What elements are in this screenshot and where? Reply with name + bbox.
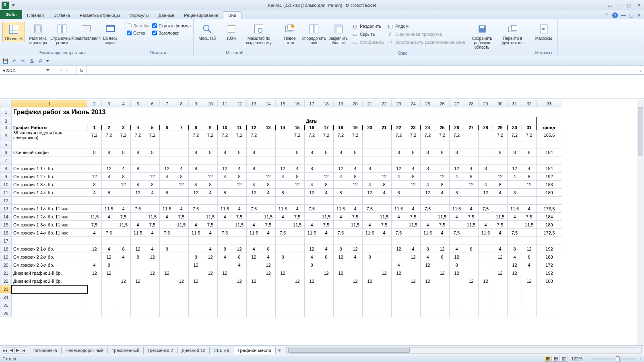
data-cell[interactable] [218,261,232,269]
data-cell[interactable]: 11,5 [392,205,406,213]
column-header[interactable]: 11 [218,100,232,107]
data-cell[interactable]: 7,5 [102,229,116,237]
data-cell[interactable]: 12 [334,253,348,261]
undo-icon[interactable]: ↶ [10,58,18,65]
column-header[interactable]: 18 [319,100,334,107]
data-cell[interactable]: 4 [160,173,174,181]
column-header[interactable]: 32 [522,100,537,107]
data-cell[interactable]: 7,5 [131,205,145,213]
data-cell[interactable]: 12 [435,269,450,277]
data-cell[interactable] [261,165,276,173]
data-cell[interactable] [261,205,276,213]
zoom-selection-button[interactable]: Масштаб по выделенному [244,22,273,46]
data-cell[interactable] [203,261,218,269]
data-cell[interactable]: 12 [261,261,276,269]
new-sheet-icon[interactable]: ⊕ [275,348,284,353]
data-cell[interactable] [522,197,537,205]
data-cell[interactable]: 4 [450,245,464,253]
data-cell[interactable]: 12 [392,245,406,253]
row-header[interactable]: 16 [0,229,12,237]
data-cell[interactable]: 4 [247,245,261,253]
headings-checkbox[interactable]: Заголовки [152,31,191,35]
row-label[interactable]: См.график 2 3-я бр. [12,261,87,269]
column-header[interactable]: 27 [450,100,464,107]
data-cell[interactable]: 11,5 [160,205,174,213]
data-cell[interactable]: 8 [348,148,363,156]
data-cell[interactable]: 4 [522,205,537,213]
data-cell[interactable] [392,140,406,148]
data-cell[interactable] [247,261,261,269]
empty-cell[interactable] [377,301,392,309]
close-icon[interactable]: ✕ [635,2,642,8]
empty-cell[interactable] [363,301,377,309]
data-cell[interactable]: 4 [348,253,363,261]
data-cell[interactable]: 8 [145,148,160,156]
data-cell[interactable]: 12 [421,277,435,285]
data-cell[interactable] [522,189,537,197]
empty-cell[interactable] [493,293,508,301]
data-cell[interactable]: 12 [203,253,218,261]
data-cell[interactable]: 8 [102,189,116,197]
data-cell[interactable]: 12 [464,277,479,285]
empty-cell[interactable] [247,285,261,293]
data-cell[interactable] [479,261,493,269]
empty-cell[interactable] [537,301,562,309]
data-cell[interactable] [247,213,261,221]
empty-cell[interactable] [174,285,189,293]
data-cell[interactable] [174,197,189,205]
data-cell[interactable] [334,197,348,205]
data-cell[interactable] [160,277,174,285]
data-cell[interactable] [261,140,276,148]
row-label[interactable]: Основной график [12,148,87,156]
data-cell[interactable] [334,261,348,269]
data-cell[interactable]: 12 [276,269,290,277]
split-button[interactable]: ◫Разделить [351,23,385,30]
data-cell[interactable] [522,140,537,148]
data-cell[interactable]: 8 [421,148,435,156]
data-cell[interactable] [102,237,116,245]
data-cell[interactable] [508,221,522,229]
data-cell[interactable]: 11,5 [363,229,377,237]
data-cell[interactable]: 12 [392,165,406,173]
data-cell[interactable] [305,140,319,148]
data-cell[interactable]: 4 [435,229,450,237]
row-header[interactable]: 21 [0,269,12,277]
data-cell[interactable]: 8 [160,189,174,197]
empty-cell[interactable] [377,293,392,301]
doc-restore-icon[interactable]: ▢ [629,12,634,18]
data-cell[interactable] [348,269,363,277]
data-cell[interactable]: 4 [276,213,290,221]
row-label[interactable]: См.график 1 4-я бр. [12,189,87,197]
data-cell[interactable]: 11,5 [276,205,290,213]
empty-cell[interactable] [276,301,290,309]
data-cell[interactable]: 7,2 [189,130,203,140]
empty-cell[interactable] [12,293,87,301]
data-cell[interactable] [174,156,189,165]
data-cell[interactable] [290,261,305,269]
data-cell[interactable] [319,261,334,269]
data-cell[interactable] [363,213,377,221]
data-cell[interactable]: 4 [305,253,319,261]
data-cell[interactable] [203,140,218,148]
data-cell[interactable] [464,253,479,261]
data-cell[interactable]: 4 [160,213,174,221]
data-cell[interactable] [435,237,450,245]
data-cell[interactable] [421,197,435,205]
row-label[interactable] [12,197,87,205]
data-cell[interactable] [493,156,508,165]
data-cell[interactable]: 4 [319,229,334,237]
empty-cell[interactable] [116,309,131,317]
column-header[interactable]: 20 [348,100,363,107]
zoom-button[interactable]: Масштаб [196,22,219,41]
empty-cell[interactable] [218,293,232,301]
data-cell[interactable] [377,165,392,173]
data-cell[interactable] [508,156,522,165]
data-cell[interactable]: 12 [377,269,392,277]
data-cell[interactable]: 4 [305,221,319,229]
data-cell[interactable]: 7,5 [435,221,450,229]
data-cell[interactable]: 8 [522,253,537,261]
data-cell[interactable] [160,156,174,165]
row-header[interactable]: 5 [0,140,12,148]
fund-cell[interactable]: 180 [537,277,562,285]
empty-cell[interactable] [232,309,247,317]
